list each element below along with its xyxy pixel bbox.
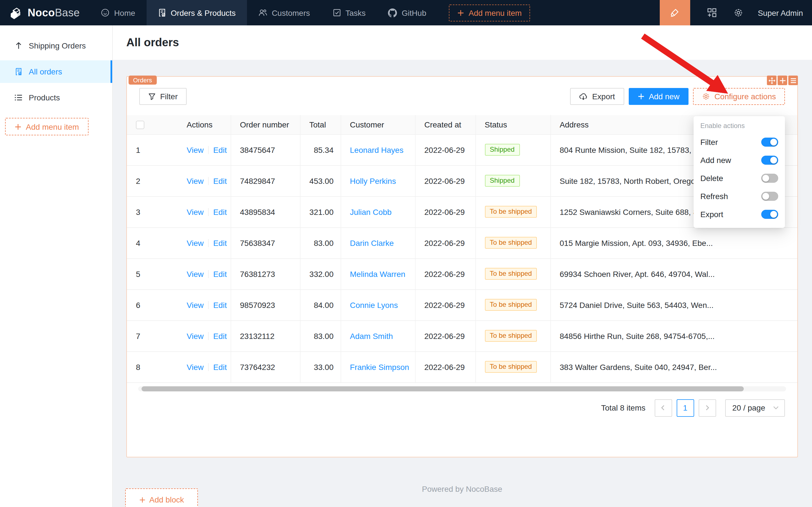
action-divider (208, 363, 209, 371)
row-index-cell[interactable]: 7 (127, 320, 178, 351)
view-link[interactable]: View (187, 238, 204, 247)
customer-link[interactable]: Connie Lyons (350, 300, 398, 309)
select-all-checkbox[interactable] (136, 121, 144, 129)
sidebar-item-all-orders[interactable]: All orders (0, 60, 112, 83)
block-menu-button[interactable] (788, 75, 798, 85)
nav-item-tasks[interactable]: Tasks (321, 0, 377, 25)
edit-link[interactable]: Edit (213, 238, 227, 247)
column-header-actions[interactable]: Actions (178, 115, 231, 134)
table-row: 5 ViewEdit 76381273 332.00 Melinda Warre… (127, 258, 797, 289)
edit-link[interactable]: Edit (213, 145, 227, 154)
nav-item-home[interactable]: Home (90, 0, 147, 25)
customer-link[interactable]: Frankie Simpson (350, 362, 409, 372)
row-index-cell[interactable]: 5 (127, 258, 178, 289)
view-link[interactable]: View (187, 300, 204, 309)
row-actions-cell: ViewEdit (178, 320, 231, 351)
customer-cell: Holly Perkins (341, 165, 415, 196)
status-badge: To be shipped (485, 206, 537, 218)
row-index-cell[interactable]: 3 (127, 196, 178, 227)
dropdown-item-export[interactable]: Export (694, 205, 785, 223)
plugin-blocks-button[interactable] (707, 8, 717, 17)
row-index-cell[interactable]: 6 (127, 289, 178, 320)
edit-link[interactable]: Edit (213, 176, 227, 185)
settings-button[interactable] (734, 8, 743, 17)
user-menu[interactable]: Super Admin (758, 8, 803, 17)
page-size-select[interactable]: 20 / page (725, 399, 785, 416)
page-number-button[interactable]: 1 (676, 399, 694, 416)
view-link[interactable]: View (187, 331, 204, 340)
table-row: 4 ViewEdit 75638347 83.00 Darin Clarke 2… (127, 227, 797, 258)
next-page-button[interactable] (698, 399, 716, 416)
check-square-icon (333, 8, 341, 17)
sidebar-item-shipping-orders[interactable]: Shipping Orders (0, 35, 112, 57)
customer-link[interactable]: Julian Cobb (350, 207, 392, 216)
edit-link[interactable]: Edit (213, 207, 227, 216)
nav-item-orders-products[interactable]: Orders & Products (147, 0, 247, 25)
export-button[interactable]: Export (570, 88, 624, 105)
view-link[interactable]: View (187, 145, 204, 154)
customer-link[interactable]: Melinda Warren (350, 269, 405, 278)
drag-move-button[interactable] (767, 75, 776, 85)
sidebar-item-products[interactable]: Products (0, 86, 112, 109)
address-cell: 69934 Schoen River, Apt. 646, 49704, Wal… (550, 258, 797, 289)
horizontal-scrollbar-thumb[interactable] (141, 386, 744, 391)
add-new-toggle[interactable] (761, 156, 778, 165)
prev-page-button[interactable] (654, 399, 672, 416)
row-index-cell[interactable]: 1 (127, 134, 178, 165)
ui-editor-button[interactable] (660, 0, 690, 25)
customer-cell: Darin Clarke (341, 227, 415, 258)
total-cell: 321.00 (300, 196, 341, 227)
filter-toggle[interactable] (761, 137, 778, 147)
status-badge: To be shipped (485, 237, 537, 249)
add-block-inline-button[interactable] (777, 75, 787, 85)
view-link[interactable]: View (187, 207, 204, 216)
view-link[interactable]: View (187, 269, 204, 278)
customer-link[interactable]: Darin Clarke (350, 238, 394, 247)
nav-item-label: Customers (272, 8, 310, 17)
column-header-status[interactable]: Status (475, 115, 550, 134)
column-header-total[interactable]: Total (300, 115, 341, 134)
customer-link[interactable]: Leonard Hayes (350, 145, 403, 154)
status-badge: To be shipped (485, 330, 537, 342)
column-header-created-at[interactable]: Created at (415, 115, 475, 134)
nocobase-logo[interactable]: NocoBase (0, 0, 90, 25)
nav-item-customers[interactable]: Customers (247, 0, 321, 25)
total-cell: 83.00 (300, 227, 341, 258)
customer-link[interactable]: Holly Perkins (350, 176, 396, 185)
view-link[interactable]: View (187, 362, 204, 372)
edit-link[interactable]: Edit (213, 269, 227, 278)
below-card-area: Add block Powered by NocoBase (126, 467, 798, 507)
action-divider (208, 208, 209, 216)
export-toggle[interactable] (761, 210, 778, 219)
filter-button[interactable]: Filter (139, 88, 187, 105)
column-header-order-number[interactable]: Order number (231, 115, 300, 134)
row-index-cell[interactable]: 8 (127, 351, 178, 382)
edit-link[interactable]: Edit (213, 362, 227, 372)
refresh-toggle[interactable] (761, 192, 778, 201)
column-header-customer[interactable]: Customer (341, 115, 415, 134)
row-index-cell[interactable]: 2 (127, 165, 178, 196)
plus-icon (637, 93, 644, 100)
dropdown-item-add-new[interactable]: Add new (694, 151, 785, 169)
sidebar-add-menu-item-button[interactable]: Add menu item (5, 118, 89, 135)
edit-link[interactable]: Edit (213, 331, 227, 340)
view-link[interactable]: View (187, 176, 204, 185)
add-block-button[interactable]: Add block (125, 488, 198, 507)
dropdown-item-label: Delete (700, 174, 723, 183)
nav-add-menu-item-button[interactable]: Add menu item (449, 4, 530, 21)
delete-toggle[interactable] (761, 174, 778, 183)
nav-item-label: Home (114, 8, 135, 17)
dropdown-item-filter[interactable]: Filter (694, 133, 785, 151)
dropdown-item-refresh[interactable]: Refresh (694, 187, 785, 205)
blocks-plus-icon (707, 8, 717, 17)
configure-actions-button[interactable]: Configure actions (693, 88, 785, 105)
customer-cell: Adam Smith (341, 320, 415, 351)
top-navbar: NocoBase Home Orders & Products (0, 0, 812, 25)
edit-link[interactable]: Edit (213, 300, 227, 309)
dropdown-item-delete[interactable]: Delete (694, 169, 785, 187)
nav-item-github[interactable]: GitHub (377, 0, 438, 25)
row-index-cell[interactable]: 4 (127, 227, 178, 258)
order-number-cell: 98570923 (231, 289, 300, 320)
add-new-button[interactable]: Add new (629, 88, 689, 105)
customer-link[interactable]: Adam Smith (350, 331, 393, 340)
